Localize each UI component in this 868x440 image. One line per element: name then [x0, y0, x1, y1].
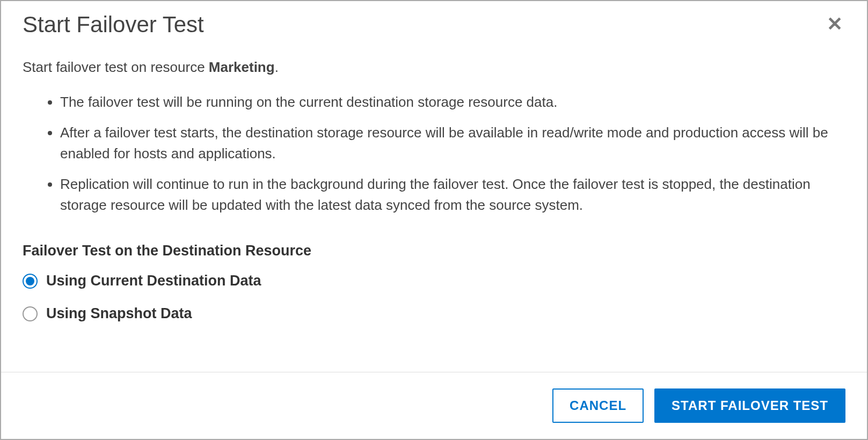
close-icon[interactable]: ✕ [824, 12, 845, 36]
radio-label: Using Current Destination Data [46, 273, 261, 289]
radio-option-current-data[interactable]: Using Current Destination Data [23, 273, 845, 289]
list-item: The failover test will be running on the… [60, 92, 845, 113]
dialog-header: Start Failover Test ✕ [1, 1, 867, 43]
radio-icon [23, 274, 38, 289]
intro-text: Start failover test on resource Marketin… [23, 59, 845, 76]
section-title: Failover Test on the Destination Resourc… [23, 243, 845, 259]
list-item: Replication will continue to run in the … [60, 174, 845, 216]
dialog-footer: CANCEL START FAILOVER TEST [1, 372, 867, 439]
failover-test-dialog: Start Failover Test ✕ Start failover tes… [0, 0, 868, 440]
intro-prefix: Start failover test on resource [23, 59, 209, 75]
radio-label: Using Snapshot Data [46, 305, 192, 322]
radio-icon [23, 306, 38, 321]
radio-group: Using Current Destination Data Using Sna… [23, 273, 845, 322]
cancel-button[interactable]: CANCEL [552, 388, 644, 423]
intro-suffix: . [275, 59, 279, 75]
start-failover-test-button[interactable]: START FAILOVER TEST [654, 388, 845, 423]
radio-option-snapshot-data[interactable]: Using Snapshot Data [23, 305, 845, 322]
dialog-title: Start Failover Test [23, 12, 204, 38]
dialog-body: Start failover test on resource Marketin… [1, 43, 867, 372]
list-item: After a failover test starts, the destin… [60, 122, 845, 164]
resource-name: Marketing [209, 59, 275, 75]
info-list: The failover test will be running on the… [23, 92, 845, 216]
